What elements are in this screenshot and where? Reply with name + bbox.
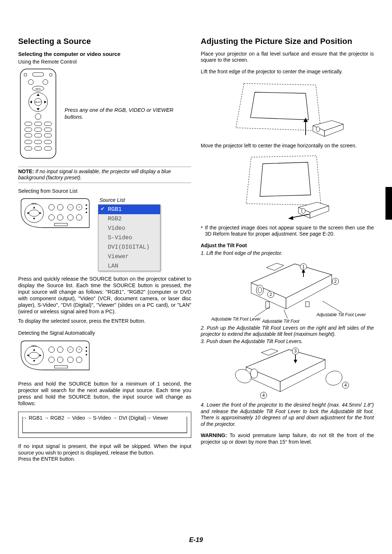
svg-point-49 <box>86 208 87 209</box>
subheading-selecting-computer: Selecting the computer or video source <box>18 51 191 58</box>
adjust-tilt-heading: Adjust the Tilt Foot <box>201 243 374 249</box>
source-list-label: Source List <box>99 197 160 204</box>
svg-point-50 <box>86 212 87 213</box>
asterisk-note: * If the projected image does not appear… <box>201 225 374 237</box>
press-enter-text: Press the ENTER button. <box>18 456 191 463</box>
svg-marker-82 <box>288 216 293 220</box>
tilt-foot-illustration-1: 1 2 2 Adjustable Tilt Foot Lever Adjusta… <box>208 258 367 323</box>
svg-line-96 <box>284 310 287 318</box>
not-square-text: If the projected image does not appear s… <box>205 225 374 237</box>
tilt-lever-label-left: Adjustable Tilt Foot Lever <box>211 317 261 322</box>
asterisk: * <box>201 225 203 237</box>
svg-text:+: + <box>78 205 80 209</box>
horizontal-centering-illustration <box>226 151 349 223</box>
svg-rect-85 <box>266 302 269 308</box>
svg-text:4: 4 <box>344 383 347 388</box>
svg-text:SELECT: SELECT <box>35 101 41 103</box>
remote-control-illustration: MENU SELECT <box>18 68 58 160</box>
control-panel-illustration-2: MENU − + <box>18 339 91 374</box>
source-list-figure-row: MENU − + <box>18 197 191 271</box>
svg-text:MENU: MENU <box>32 203 37 205</box>
heading-selecting-source: Selecting a Source <box>18 36 191 46</box>
source-button-paragraph: Press and quickly release the SOURCE but… <box>18 276 191 315</box>
right-column: Adjusting the Picture Size and Position … <box>201 36 374 463</box>
svg-text:+: + <box>78 348 80 351</box>
steps-list-3: 4. Lower the front of the projector to t… <box>201 402 374 427</box>
svg-point-75 <box>316 127 320 132</box>
two-column-layout: Selecting a Source Selecting the compute… <box>18 36 374 463</box>
source-button-paragraph-2: To display the selected source, press th… <box>18 318 191 325</box>
tilt-lever-label-right: Adjustable Tilt Foot Lever <box>316 312 366 317</box>
source-cycle-text: → RGB1 → RGB2 → Video → S-Video → DVI (D… <box>22 415 188 421</box>
left-column: Selecting a Source Selecting the compute… <box>18 36 191 463</box>
svg-text:−: − <box>69 205 71 209</box>
skip-paragraph: If no input signal is present, the input… <box>18 443 191 456</box>
note-block: NOTE: If no input signal is available, t… <box>18 167 191 183</box>
warning-label: WARNING: <box>201 432 227 438</box>
note-label: NOTE: <box>18 168 34 174</box>
remote-caption: Press any one of the RGB, VIDEO or VIEWE… <box>65 107 191 121</box>
page-number: E-19 <box>0 536 392 544</box>
lift-front-text: Lift the front edge of the projector to … <box>201 69 374 75</box>
svg-text:2: 2 <box>334 279 336 284</box>
svg-point-48 <box>86 204 87 206</box>
using-remote-text: Using the Remote Control <box>18 59 191 65</box>
svg-text:MENU: MENU <box>36 88 41 90</box>
svg-marker-73 <box>236 83 321 131</box>
step-1: 1. Lift the front edge of the projector. <box>201 250 374 257</box>
svg-text:−: − <box>69 347 71 351</box>
tilt-foot-label: Adjustable Tilt Foot <box>262 319 299 323</box>
step-3: 3. Push down the Adjustable Tilt Foot Le… <box>201 338 374 345</box>
steps-list: 1. Lift the front edge of the projector. <box>201 250 374 257</box>
warning-text: To avoid premature lamp failure, do not … <box>201 432 374 445</box>
source-list-container: Source List RGB1 RGB2 Video S-Video DVI(… <box>98 197 160 271</box>
place-projector-text: Place your projector on a flat level sur… <box>201 51 374 64</box>
note-text: If no input signal is available, the pro… <box>18 168 171 181</box>
remote-figure-row: MENU SELECT <box>18 68 191 160</box>
source-list-item: Viewer <box>98 252 160 261</box>
vertical-centering-illustration <box>226 77 349 140</box>
svg-point-71 <box>86 354 87 355</box>
svg-point-70 <box>86 350 87 352</box>
heading-adjusting-picture: Adjusting the Picture Size and Position <box>201 36 374 46</box>
svg-point-98 <box>250 369 258 378</box>
svg-marker-79 <box>260 162 311 196</box>
svg-rect-86 <box>306 302 309 307</box>
source-list-item: RGB1 <box>98 205 160 214</box>
warning-paragraph: WARNING: To avoid premature lamp failure… <box>201 432 374 445</box>
svg-text:1: 1 <box>302 264 305 269</box>
tilt-foot-illustration-2: 3 4 4 <box>211 346 364 400</box>
svg-point-69 <box>86 347 87 348</box>
source-list-item: LAN <box>98 261 160 271</box>
control-panel-illustration-1: MENU − + <box>18 197 91 232</box>
svg-point-80 <box>302 208 305 213</box>
step-4: 4. Lower the front of the projector to t… <box>201 402 374 427</box>
svg-text:4: 4 <box>262 393 265 398</box>
source-list-item: Video <box>98 224 160 233</box>
section-tab <box>385 187 392 220</box>
hold-source-paragraph: Press and hold the SOURCE button for a m… <box>18 380 191 407</box>
svg-line-95 <box>255 307 270 317</box>
manual-page: Selecting a Source Selecting the compute… <box>0 0 392 554</box>
source-list-item: S-Video <box>98 233 160 243</box>
svg-marker-74 <box>250 92 309 120</box>
source-list: RGB1 RGB2 Video S-Video DVI(DIGITAL) Vie… <box>98 204 160 271</box>
step-2: 2. Push up the Adjustable Tilt Foot Leve… <box>201 325 374 338</box>
svg-text:2: 2 <box>269 292 272 297</box>
source-list-item: DVI(DIGITAL) <box>98 243 160 252</box>
move-left-text: Move the projector left to center the im… <box>201 143 374 149</box>
steps-list-2: 2. Push up the Adjustable Tilt Foot Leve… <box>201 325 374 345</box>
source-list-item: RGB2 <box>98 214 160 224</box>
svg-text:3: 3 <box>294 349 297 354</box>
svg-text:MENU: MENU <box>32 345 37 347</box>
selecting-from-list-text: Selecting from Source List <box>18 188 191 195</box>
detecting-text: Detecting the Signal Automatically <box>18 330 191 337</box>
svg-line-97 <box>322 301 342 313</box>
svg-point-84 <box>258 287 262 293</box>
source-cycle-diagram: → RGB1 → RGB2 → Video → S-Video → DVI (D… <box>18 412 191 438</box>
